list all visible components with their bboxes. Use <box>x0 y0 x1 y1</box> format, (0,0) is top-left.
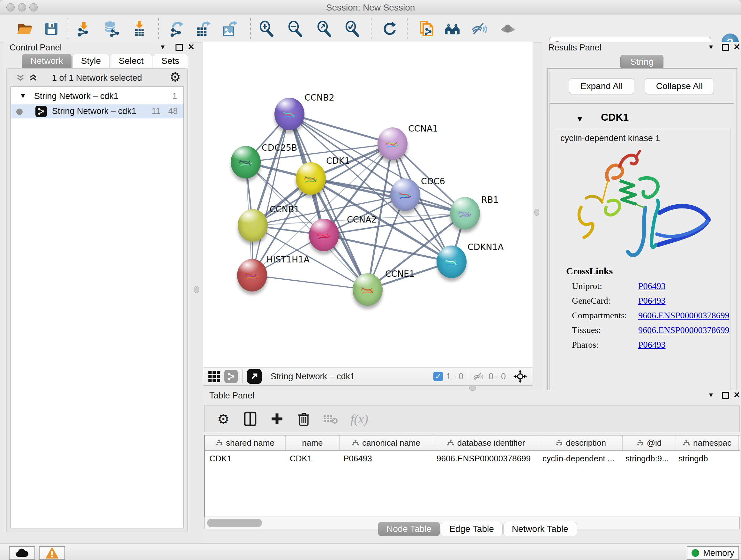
node-label-CCNB1: CCNB1 <box>270 204 300 214</box>
crosslink-link[interactable]: P06493 <box>638 281 666 291</box>
network-view-toolbar: String Network – cdk1 ✓ 1 - 0 0 - 0 <box>203 367 533 386</box>
table-cell[interactable]: cyclin-dependent ... <box>538 451 621 466</box>
results-panel-title: Results Panel <box>548 43 602 53</box>
hide-selected-icon[interactable] <box>471 20 488 37</box>
export-network-icon[interactable] <box>168 20 185 37</box>
node-RB1[interactable] <box>450 197 480 230</box>
node-CDK1[interactable] <box>296 162 326 195</box>
table-cell[interactable]: 9606.ENSP00000378699 <box>432 451 538 466</box>
column-header-namespac[interactable]: namespac <box>676 435 739 450</box>
right-splitter-handle[interactable] <box>534 209 539 216</box>
node-CCNB2[interactable] <box>274 98 305 130</box>
delete-column-trash-icon[interactable] <box>296 410 312 428</box>
network-collection-row[interactable]: ▼ String Network – cdk1 1 <box>11 90 184 104</box>
network-share-icon[interactable] <box>224 370 238 383</box>
column-header-description[interactable]: description <box>539 435 623 450</box>
file-share-icon[interactable] <box>417 20 434 37</box>
network-row-selected[interactable]: String Network – cdk1 11 48 <box>11 105 184 118</box>
panel-float-icon[interactable] <box>176 44 183 51</box>
tab-network-table[interactable]: Network Table <box>503 522 577 536</box>
panel-float-icon[interactable] <box>722 392 729 399</box>
tab-node-table[interactable]: Node Table <box>378 522 440 536</box>
network-list-toolbar: 1 of 1 Network selected ⚙ <box>7 70 187 85</box>
tab-network[interactable]: Network <box>22 54 72 68</box>
tab-edge-table[interactable]: Edge Table <box>441 522 502 536</box>
birdseye-grid-icon[interactable] <box>208 371 220 382</box>
column-header-sharedname[interactable]: shared name <box>205 435 286 450</box>
gear-icon[interactable]: ⚙ <box>170 71 181 83</box>
node-CCNB1[interactable] <box>238 209 268 242</box>
hidden-eye-icon[interactable] <box>473 371 485 381</box>
warnings-button[interactable] <box>39 546 65 560</box>
node-CCNE1[interactable] <box>353 273 383 306</box>
column-header-databaseidentifier[interactable]: database identifier <box>433 435 539 450</box>
panel-close-icon[interactable]: ✕ <box>733 42 740 52</box>
tree-caret-icon[interactable]: ▼ <box>19 91 26 100</box>
crosslink-link[interactable]: P06493 <box>638 340 666 350</box>
table-cell[interactable]: stringdb:9... <box>621 451 674 466</box>
tab-sets[interactable]: Sets <box>153 54 188 68</box>
import-network-database-icon[interactable] <box>103 20 120 37</box>
column-label: shared name <box>226 438 274 448</box>
panel-menu-icon[interactable]: ▼ <box>708 391 714 399</box>
crosslink-link[interactable]: 9606.ENSP00000378699 <box>638 310 729 320</box>
bottom-splitter-handle[interactable] <box>469 386 476 391</box>
export-image-icon[interactable] <box>221 20 238 37</box>
open-session-icon[interactable] <box>16 20 33 37</box>
tab-select[interactable]: Select <box>110 54 152 68</box>
column-header-canonicalname[interactable]: canonical name <box>340 435 433 450</box>
node-CDKN1A[interactable] <box>436 246 467 278</box>
collapse-all-button[interactable]: Collapse All <box>645 78 714 94</box>
node-HIST1H1A[interactable] <box>237 259 267 292</box>
crosslinks-title: CrossLinks <box>566 266 730 276</box>
hierarchy-icon <box>556 439 562 446</box>
node-CCNA1[interactable] <box>378 127 408 160</box>
scrollbar-thumb[interactable] <box>207 519 262 527</box>
network-canvas[interactable]: CCNB2CCNA1CDC25BCDK1CDC6RB1CCNB1CCNA2CDK… <box>203 42 533 368</box>
column-header-id[interactable]: @id <box>623 435 676 450</box>
cloud-status-button[interactable] <box>9 546 35 560</box>
show-all-icon[interactable] <box>499 20 516 37</box>
table-settings-gear-icon[interactable]: ⚙ <box>215 410 231 428</box>
selected-checkbox-icon[interactable]: ✓ <box>433 372 443 381</box>
panel-menu-icon[interactable]: ▼ <box>159 44 166 51</box>
node-CCNA2[interactable] <box>309 219 339 251</box>
first-neighbors-icon[interactable] <box>444 20 461 37</box>
function-builder-icon[interactable]: f(x) <box>351 410 367 428</box>
node-CDC25B[interactable] <box>231 146 261 179</box>
hidden-counts: 0 - 0 <box>488 372 506 381</box>
save-session-icon[interactable] <box>43 20 60 37</box>
panel-close-icon[interactable]: ✕ <box>733 390 740 400</box>
table-row[interactable]: CDK1CDK1P064939606.ENSP00000378699cyclin… <box>205 451 740 466</box>
expand-all-button[interactable]: Expand All <box>569 78 634 94</box>
panel-menu-icon[interactable]: ▼ <box>708 44 714 51</box>
left-splitter-handle[interactable] <box>194 286 199 293</box>
import-network-icon[interactable] <box>75 20 92 37</box>
zoom-out-icon[interactable] <box>286 20 304 37</box>
zoom-in-icon[interactable] <box>258 20 275 37</box>
show-columns-icon[interactable] <box>242 410 258 428</box>
create-column-icon[interactable] <box>269 410 285 428</box>
node-CDC6[interactable] <box>390 179 420 211</box>
export-table-icon[interactable] <box>194 20 211 37</box>
column-header-name[interactable]: name <box>286 435 340 450</box>
table-cell[interactable]: CDK1 <box>205 451 285 466</box>
crosslink-link[interactable]: 9606.ENSP00000378699 <box>638 325 729 335</box>
table-cell[interactable]: stringdb <box>674 451 737 466</box>
refresh-icon[interactable] <box>381 20 398 37</box>
table-cell[interactable]: P06493 <box>339 451 432 466</box>
open-in-new-window-icon[interactable] <box>247 369 262 384</box>
tab-style[interactable]: Style <box>72 54 110 68</box>
zoom-selected-icon[interactable] <box>344 20 361 37</box>
memory-button[interactable]: Memory <box>687 546 739 560</box>
panel-close-icon[interactable]: ✕ <box>188 42 195 52</box>
table-cell[interactable]: CDK1 <box>285 451 339 466</box>
panel-float-icon[interactable] <box>722 44 729 51</box>
crosslink-link[interactable]: P06493 <box>638 296 666 306</box>
tab-string[interactable]: String <box>620 55 664 69</box>
delete-table-icon[interactable] <box>323 410 339 428</box>
import-table-icon[interactable] <box>131 20 148 37</box>
section-caret-icon[interactable]: ▼ <box>576 115 584 124</box>
zoom-fit-icon[interactable] <box>316 20 333 37</box>
crosshair-icon[interactable] <box>513 369 528 384</box>
